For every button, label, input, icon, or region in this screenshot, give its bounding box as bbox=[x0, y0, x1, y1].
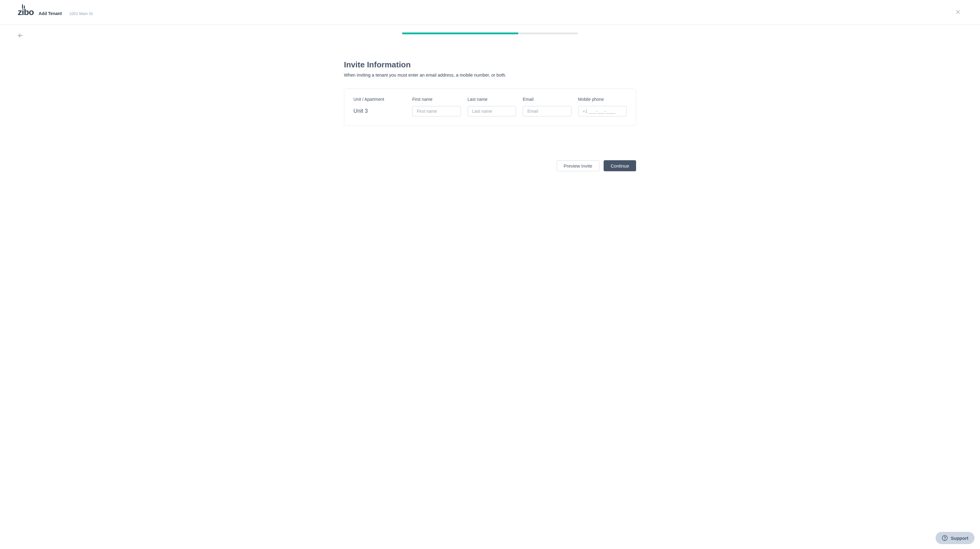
field-email: Email bbox=[523, 97, 571, 116]
unit-label: Unit / Apartment bbox=[353, 97, 406, 102]
last-name-label: Last name bbox=[468, 97, 516, 102]
first-name-input[interactable] bbox=[412, 106, 461, 116]
arrow-left-icon bbox=[17, 32, 24, 39]
field-last-name: Last name bbox=[468, 97, 516, 116]
phone-input[interactable] bbox=[578, 106, 627, 116]
form-card: Unit / Apartment Unit 3 First name Last … bbox=[344, 89, 636, 126]
email-label: Email bbox=[523, 97, 571, 102]
close-icon bbox=[955, 9, 961, 15]
first-name-label: First name bbox=[412, 97, 461, 102]
header-address: 1001 Main St bbox=[69, 11, 93, 16]
logo: zibo bbox=[18, 7, 34, 17]
subheader bbox=[0, 25, 980, 43]
content: Invite Information When inviting a tenan… bbox=[342, 60, 638, 171]
last-name-input[interactable] bbox=[468, 106, 516, 116]
flow-title: Add Tenant bbox=[38, 11, 62, 16]
actions: Preview Invite Continue bbox=[344, 160, 636, 171]
header-left: zibo Add Tenant 1001 Main St bbox=[18, 7, 93, 17]
preview-invite-button[interactable]: Preview Invite bbox=[557, 160, 599, 171]
progress-bar bbox=[402, 32, 578, 34]
page-title: Invite Information bbox=[344, 60, 636, 70]
field-unit: Unit / Apartment Unit 3 bbox=[353, 97, 406, 116]
field-phone: Mobile phone bbox=[578, 97, 627, 116]
progress-fill bbox=[402, 32, 518, 34]
field-first-name: First name bbox=[412, 97, 461, 116]
continue-button[interactable]: Continue bbox=[604, 160, 636, 171]
phone-label: Mobile phone bbox=[578, 97, 627, 102]
page-subtitle: When inviting a tenant you must enter an… bbox=[344, 73, 636, 78]
header: zibo Add Tenant 1001 Main St bbox=[0, 0, 980, 25]
unit-value: Unit 3 bbox=[353, 106, 406, 114]
email-input[interactable] bbox=[523, 106, 571, 116]
back-button[interactable] bbox=[16, 31, 25, 41]
close-button[interactable] bbox=[954, 8, 962, 17]
